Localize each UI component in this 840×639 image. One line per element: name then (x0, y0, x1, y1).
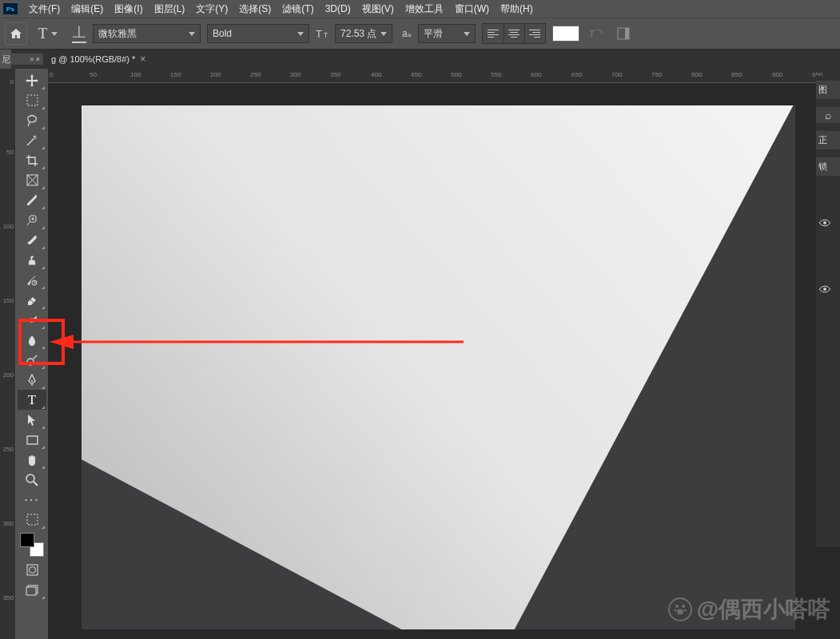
svg-rect-21 (27, 565, 38, 575)
edit-toolbar-button[interactable] (18, 510, 46, 530)
crop-tool[interactable] (18, 150, 46, 170)
menu-view[interactable]: 视图(V) (357, 1, 399, 18)
font-weight-dropdown[interactable]: Bold (207, 24, 309, 43)
close-tab-button[interactable]: × (140, 54, 145, 65)
vertical-ruler: 0 50 100 150 200 250 300 350 (0, 69, 16, 639)
toggle-orientation-button[interactable]: 丄 (72, 25, 86, 43)
anti-alias-dropdown[interactable]: 平滑 (418, 24, 476, 43)
document-canvas[interactable] (82, 105, 795, 629)
brush-tool[interactable] (18, 230, 46, 250)
dropdown-icon (297, 32, 304, 36)
font-size-value: 72.53 点 (340, 27, 376, 41)
eyedropper-tool[interactable] (18, 190, 46, 210)
home-button[interactable] (5, 22, 27, 45)
zoom-tool[interactable] (18, 470, 46, 490)
app-icon: Ps (3, 3, 18, 14)
layer-visibility-icon[interactable] (816, 282, 840, 296)
svg-point-18 (26, 474, 34, 482)
path-selection-tool[interactable] (18, 410, 46, 430)
lasso-tool[interactable] (18, 110, 46, 130)
menu-window[interactable]: 窗口(W) (450, 1, 494, 18)
menu-type[interactable]: 文字(Y) (191, 1, 233, 18)
svg-point-29 (675, 605, 679, 608)
blend-mode-label[interactable]: 正 (816, 131, 840, 149)
align-right-button[interactable] (524, 24, 545, 43)
watermark-text: @偶西小嗒嗒 (697, 594, 830, 625)
tab-collapse-toggle[interactable]: » × (11, 54, 43, 65)
hand-tool[interactable] (18, 450, 46, 470)
svg-text:T: T (589, 28, 596, 39)
magic-wand-tool[interactable] (18, 130, 46, 150)
svg-line-19 (34, 482, 38, 486)
more-tools[interactable]: ··· (18, 490, 46, 510)
lock-label: 锁 (816, 157, 840, 176)
svg-rect-5 (27, 95, 38, 105)
dropdown-icon (51, 32, 58, 36)
svg-point-30 (682, 605, 685, 608)
dodge-tool[interactable] (18, 350, 46, 370)
foreground-background-colors[interactable] (20, 533, 44, 557)
menu-bar: Ps 文件(F) 编辑(E) 图像(I) 图层(L) 文字(Y) 选择(S) 滤… (0, 0, 840, 18)
toolbar: T ··· (16, 69, 48, 639)
svg-point-31 (674, 609, 676, 611)
menu-help[interactable]: 帮助(H) (496, 1, 538, 18)
layer-search-button[interactable]: ⌕ (816, 107, 840, 123)
screen-mode-button[interactable] (18, 580, 46, 600)
anti-alias-icon: aₐ (402, 28, 412, 39)
svg-rect-17 (27, 436, 38, 444)
align-center-button[interactable] (504, 24, 524, 43)
eraser-tool[interactable] (18, 290, 46, 310)
pen-tool[interactable] (18, 370, 46, 390)
svg-text:T: T (324, 32, 328, 39)
rectangle-tool[interactable] (18, 430, 46, 450)
foreground-color-swatch[interactable] (20, 533, 34, 547)
svg-rect-4 (625, 28, 629, 39)
menu-3d[interactable]: 3D(D) (320, 2, 356, 16)
align-left-button[interactable] (483, 24, 504, 43)
marquee-tool[interactable] (18, 90, 46, 110)
move-tool[interactable] (18, 70, 46, 90)
horizontal-ruler: 0 50 100 150 200 250 300 350 400 450 500… (48, 69, 840, 83)
svg-line-15 (34, 355, 38, 359)
quick-mask-button[interactable] (18, 560, 46, 580)
menu-plugins[interactable]: 增效工具 (400, 1, 448, 18)
dropdown-icon (464, 32, 470, 36)
workspace: 0 50 100 150 200 250 300 350 T ··· (0, 69, 840, 639)
font-size-icon: TT (316, 27, 332, 40)
layers-panel-tab[interactable]: 图 (816, 81, 840, 99)
paw-icon (668, 597, 692, 621)
menu-file[interactable]: 文件(F) (24, 1, 65, 18)
right-panels: 图 ⌕ 正 锁 (816, 76, 840, 547)
svg-point-27 (823, 221, 826, 224)
document-tab[interactable]: g @ 100%(RGB/8#) * × (43, 50, 153, 69)
type-tool[interactable]: T (18, 390, 46, 410)
gradient-tool[interactable] (18, 310, 46, 330)
menu-select[interactable]: 选择(S) (234, 1, 276, 18)
svg-point-16 (31, 380, 33, 382)
type-tool-icon: T (38, 26, 47, 42)
svg-point-32 (683, 609, 686, 611)
font-size-dropdown[interactable]: 72.53 点 (335, 24, 392, 43)
svg-point-22 (29, 567, 35, 574)
character-panel-button[interactable] (613, 23, 634, 44)
blur-tool[interactable] (18, 330, 46, 350)
healing-brush-tool[interactable] (18, 210, 46, 230)
tool-preset-picker[interactable]: T (38, 26, 58, 42)
font-weight-value: Bold (213, 28, 232, 39)
clone-stamp-tool[interactable] (18, 250, 46, 270)
font-family-dropdown[interactable]: 微软雅黑 (93, 24, 201, 43)
text-align-group (482, 23, 546, 44)
dropdown-icon (189, 32, 195, 36)
menu-layer[interactable]: 图层(L) (149, 1, 190, 18)
tab-dock-stub[interactable]: 尼 (0, 50, 11, 69)
menu-image[interactable]: 图像(I) (109, 1, 147, 18)
svg-point-28 (823, 288, 826, 291)
warp-text-button[interactable]: T (586, 23, 607, 44)
menu-edit[interactable]: 编辑(E) (66, 1, 108, 18)
layer-visibility-icon[interactable] (816, 216, 840, 230)
menu-filter[interactable]: 滤镜(T) (277, 1, 318, 18)
text-color-swatch[interactable] (552, 26, 579, 42)
history-brush-tool[interactable] (18, 270, 46, 290)
svg-point-14 (27, 359, 34, 365)
frame-tool[interactable] (18, 170, 46, 190)
